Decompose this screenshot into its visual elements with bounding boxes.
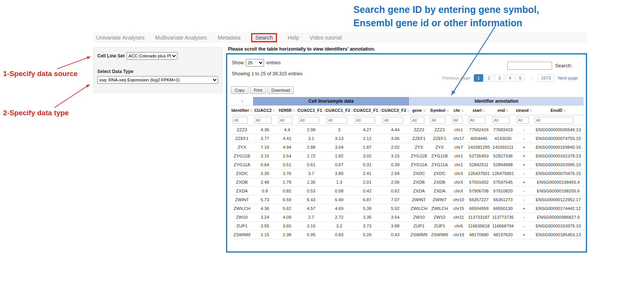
table-cell: 52894998 — [491, 161, 515, 169]
filter-input-end[interactable] — [492, 117, 510, 124]
table-cell: - — [515, 134, 533, 143]
table-cell: ZYX — [409, 143, 429, 152]
previous-page-button[interactable]: Previous page — [440, 74, 473, 82]
table-cell: ZW10 — [231, 213, 253, 222]
page-button-4[interactable]: 4 — [505, 74, 514, 82]
copy-button[interactable]: Copy — [231, 86, 248, 94]
download-button[interactable]: Download — [267, 86, 294, 94]
nav-univariate-analyses[interactable]: Univariate Analyses — [96, 35, 144, 41]
nav-multivariate-analyses[interactable]: Multivariate Analyses — [155, 35, 207, 41]
column-label: Identifier — [231, 108, 249, 113]
page-button-3[interactable]: 3 — [495, 74, 504, 82]
column-label: end — [497, 108, 505, 113]
table-cell: 3.15 — [297, 222, 325, 230]
table-cell: 7.07 — [381, 196, 409, 204]
column-header-gene[interactable]: gene⇅ — [409, 106, 429, 115]
filter-input-cuacc2_f2[interactable] — [383, 117, 403, 124]
table-cell: 57591652 — [467, 178, 491, 187]
table-cell: ZXDA — [409, 187, 429, 196]
table-cell: 0.64 — [253, 161, 277, 169]
page: Search gene ID by entering gene symbol, … — [0, 0, 644, 302]
cell-line-set-select[interactable]: ACC Colorado plus PDX — [127, 52, 177, 60]
filter-input-gene[interactable] — [411, 117, 424, 124]
nav-search[interactable]: Search — [251, 33, 277, 42]
table-cell: chr6 — [451, 222, 467, 230]
red-arrow-step2 — [54, 84, 90, 108]
table-cell: ENSG00000203995.10 — [533, 161, 584, 169]
table-cell: ZWINT — [409, 196, 429, 204]
column-header-h295r[interactable]: H295R⇅ — [277, 106, 297, 115]
page-button-2[interactable]: 2 — [484, 74, 494, 82]
table-cell: 3.89 — [325, 169, 353, 178]
cell-line-set-row: Cell Line Set ACC Colorado plus PDX — [97, 52, 218, 60]
column-header-cuacc2_f1[interactable]: CUACC2_F1⇅ — [353, 106, 381, 115]
column-header-cuacc2[interactable]: CUACC2⇅ — [253, 106, 277, 115]
filter-input-cuacc2_f1[interactable] — [355, 117, 375, 124]
table-row: ZZEF13.774.413.13.132.123.06ZZEF1ZZEF1ch… — [231, 134, 584, 143]
table-row: ZW103.244.092.72.723.353.54ZW10ZW10chr11… — [231, 213, 584, 222]
filter-input-strand[interactable] — [517, 117, 529, 124]
table-cell: 3.24 — [253, 213, 277, 222]
table-cell: chr3 — [451, 169, 467, 178]
table-cell: ENSG00000162378.13 — [533, 152, 584, 161]
table-search-input[interactable] — [507, 62, 552, 70]
column-header-cuacc2_f2[interactable]: CUACC2_F2⇅ — [381, 106, 409, 115]
table-cell: 66504959 — [467, 204, 491, 213]
column-header-ensid[interactable]: EnsID⇅ — [533, 106, 584, 115]
filter-input-cuacc1_f2[interactable] — [327, 117, 347, 124]
filter-input-chr[interactable] — [452, 117, 463, 124]
group-header-empty[interactable]: ⇅ — [231, 97, 253, 106]
page-button-1[interactable]: 1 — [474, 74, 483, 82]
annotation-search-note-line2: Ensembl gene id or other information — [353, 16, 539, 30]
filter-cell — [325, 115, 353, 126]
table-cell: 3.54 — [277, 152, 297, 161]
column-header-end[interactable]: end⇅ — [491, 106, 515, 115]
page-button-1573[interactable]: 1573 — [538, 74, 554, 82]
filter-input-ensid[interactable] — [535, 117, 574, 124]
table-cell: 143391111 — [491, 143, 515, 152]
table-cell: 52726453 — [467, 152, 491, 161]
table-cell: 6.87 — [353, 196, 381, 204]
column-header-cuacc1_f2[interactable]: CUACC1_F2⇅ — [325, 106, 353, 115]
table-cell: ZZZ3 — [429, 126, 450, 134]
nav-help[interactable]: Help — [288, 35, 299, 41]
column-header-identifier[interactable]: Identifier⇅ — [231, 106, 253, 115]
table-cell: 3.35 — [353, 213, 381, 222]
print-button[interactable]: Print — [250, 86, 266, 94]
column-label: Symbol — [430, 108, 445, 113]
page-length-select[interactable]: 25 — [246, 59, 264, 67]
table-cell: 5.39 — [353, 204, 381, 213]
column-header-chr[interactable]: chr⇅ — [451, 106, 467, 115]
filter-input-identifier[interactable] — [233, 117, 248, 124]
column-header-symbol[interactable]: Symbol⇅ — [429, 106, 450, 115]
table-cell: ZZZ3 — [409, 126, 429, 134]
sort-icon: ⇅ — [323, 109, 325, 113]
nav-metadata[interactable]: Metadata — [218, 35, 241, 41]
data-type-select[interactable]: xsq: RNA-seq Expression (log2 FPKM+1) — [97, 76, 218, 84]
table-cell: 3.15 — [381, 152, 409, 161]
table-cell: 143381295 — [467, 143, 491, 152]
table-cell: ZUP1 — [409, 222, 429, 230]
column-label: CUACC2_F2 — [381, 108, 406, 113]
table-cell: - — [515, 196, 533, 204]
table-cell: - — [515, 169, 533, 178]
table-cell: ZUP1 — [429, 222, 450, 230]
column-header-start[interactable]: start⇅ — [467, 106, 491, 115]
filter-cell — [451, 115, 467, 126]
filter-input-cuacc1_f1[interactable] — [299, 117, 319, 124]
filter-input-cuacc2[interactable] — [254, 117, 271, 124]
nav-video-tutorial[interactable]: Video tutorial — [310, 35, 342, 41]
table-cell: 3.1 — [297, 134, 325, 143]
table-cell: ZYG11A — [409, 161, 429, 169]
filter-cell — [429, 115, 450, 126]
filter-input-symbol[interactable] — [430, 117, 445, 124]
page-button-5[interactable]: 5 — [516, 74, 525, 82]
next-page-button[interactable]: Next page — [555, 74, 581, 82]
table-cell: ZXDA — [231, 187, 253, 196]
column-header-strand[interactable]: strand⇅ — [515, 106, 533, 115]
scroll-hint: Please scroll the table horizontally to … — [228, 46, 375, 52]
table-cell: chr17 — [451, 134, 467, 143]
column-header-cuacc1_f1[interactable]: CUACC1_F1⇅ — [297, 106, 325, 115]
filter-input-start[interactable] — [468, 117, 486, 124]
filter-input-h295r[interactable] — [278, 117, 293, 124]
